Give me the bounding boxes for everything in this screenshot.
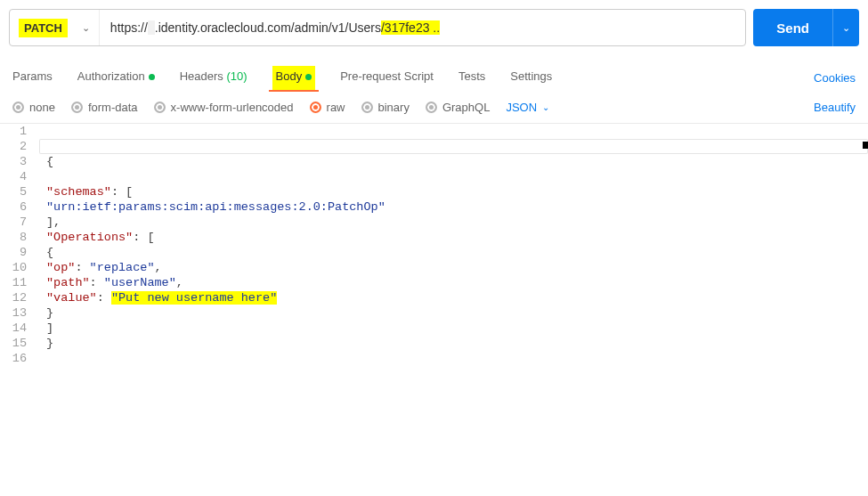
scroll-marker bbox=[863, 142, 868, 149]
body-format-select[interactable]: JSON⌄ bbox=[506, 101, 549, 114]
tabs-row: Params Authorization Headers (10) Body P… bbox=[0, 52, 868, 95]
radio-raw[interactable]: raw bbox=[310, 101, 345, 114]
send-dropdown-button[interactable]: ⌄ bbox=[832, 9, 859, 46]
code-content[interactable] bbox=[39, 124, 868, 139]
code-line[interactable]: 12"value": "Put new username here" bbox=[0, 290, 868, 305]
code-content[interactable]: "schemas": [ bbox=[39, 184, 868, 199]
code-content[interactable]: { bbox=[39, 245, 868, 260]
code-line[interactable]: 6"urn:ietf:params:scim:api:messages:2.0:… bbox=[0, 199, 868, 215]
code-line[interactable]: 5"schemas": [ bbox=[0, 184, 868, 199]
code-content[interactable] bbox=[39, 139, 868, 154]
code-content[interactable]: } bbox=[39, 305, 868, 321]
tab-authorization[interactable]: Authorization bbox=[77, 66, 155, 90]
cookies-link[interactable]: Cookies bbox=[814, 71, 856, 85]
line-number: 6 bbox=[0, 199, 39, 215]
chevron-down-icon[interactable]: ⌄ bbox=[82, 22, 90, 34]
beautify-link[interactable]: Beautify bbox=[814, 101, 856, 114]
line-number: 9 bbox=[0, 245, 39, 260]
radio-form-data[interactable]: form-data bbox=[71, 101, 138, 114]
line-number: 12 bbox=[0, 290, 39, 305]
radio-icon bbox=[154, 102, 166, 113]
code-content[interactable]: "path": "userName", bbox=[39, 275, 868, 290]
tab-tests[interactable]: Tests bbox=[458, 66, 485, 90]
url-prefix: https:// bbox=[110, 20, 148, 35]
tab-body[interactable]: Body bbox=[272, 66, 316, 90]
line-number: 13 bbox=[0, 305, 39, 321]
code-line[interactable]: 11"path": "userName", bbox=[0, 275, 868, 290]
radio-none[interactable]: none bbox=[12, 101, 55, 114]
code-content[interactable] bbox=[39, 169, 868, 184]
method-label: PATCH bbox=[19, 19, 68, 37]
url-mid: .identity.oraclecloud.com/admin/v1/Users bbox=[155, 20, 381, 35]
code-line[interactable]: 8"Operations": [ bbox=[0, 230, 868, 245]
code-line[interactable]: 3{ bbox=[0, 154, 868, 169]
line-number: 7 bbox=[0, 215, 39, 230]
radio-icon bbox=[426, 102, 437, 113]
radio-binary[interactable]: binary bbox=[361, 101, 410, 114]
code-content[interactable]: { bbox=[39, 154, 868, 169]
code-line[interactable]: 16 bbox=[0, 351, 868, 366]
radio-icon bbox=[71, 102, 83, 113]
code-content[interactable]: "urn:ietf:params:scim:api:messages:2.0:P… bbox=[39, 199, 868, 215]
code-editor[interactable]: 1 2 3{4 5"schemas": [6"urn:ietf:params:s… bbox=[0, 124, 868, 366]
chevron-down-icon: ⌄ bbox=[542, 102, 549, 112]
code-line[interactable]: 13} bbox=[0, 305, 868, 321]
line-number: 3 bbox=[0, 154, 39, 169]
tab-prerequest[interactable]: Pre-request Script bbox=[340, 66, 434, 90]
line-number: 10 bbox=[0, 260, 39, 275]
code-line[interactable]: 9{ bbox=[0, 245, 868, 260]
code-content[interactable]: "op": "replace", bbox=[39, 260, 868, 275]
code-content[interactable]: "value": "Put new username here" bbox=[39, 290, 868, 305]
code-line[interactable]: 4 bbox=[0, 169, 868, 184]
send-button-group: Send ⌄ bbox=[753, 9, 859, 46]
code-content[interactable]: ], bbox=[39, 215, 868, 230]
dot-icon bbox=[149, 74, 155, 80]
tab-params[interactable]: Params bbox=[12, 66, 53, 90]
radio-icon bbox=[310, 102, 321, 113]
code-content[interactable]: "Operations": [ bbox=[39, 230, 868, 245]
tab-headers[interactable]: Headers (10) bbox=[180, 66, 247, 90]
line-number: 16 bbox=[0, 351, 39, 366]
line-number: 15 bbox=[0, 336, 39, 351]
url-input[interactable]: https:// .identity.oraclecloud.com/admin… bbox=[100, 20, 745, 35]
request-row: PATCH ⌄ https:// .identity.oraclecloud.c… bbox=[0, 0, 868, 52]
radio-xwww[interactable]: x-www-form-urlencoded bbox=[154, 101, 294, 114]
send-button[interactable]: Send bbox=[753, 9, 832, 46]
url-bar: PATCH ⌄ https:// .identity.oraclecloud.c… bbox=[9, 9, 746, 46]
code-content[interactable]: ] bbox=[39, 321, 868, 336]
line-number: 14 bbox=[0, 321, 39, 336]
code-line[interactable]: 2 bbox=[0, 139, 868, 154]
url-greyed bbox=[148, 20, 155, 35]
code-line[interactable]: 10"op": "replace", bbox=[0, 260, 868, 275]
dot-icon bbox=[305, 74, 312, 80]
body-type-row: none form-data x-www-form-urlencoded raw… bbox=[0, 95, 868, 123]
tab-settings[interactable]: Settings bbox=[510, 66, 552, 90]
method-selector[interactable]: PATCH ⌄ bbox=[10, 10, 100, 45]
line-number: 4 bbox=[0, 169, 39, 184]
code-line[interactable]: 7], bbox=[0, 215, 868, 230]
radio-icon bbox=[361, 102, 373, 113]
line-number: 1 bbox=[0, 124, 39, 139]
line-number: 5 bbox=[0, 184, 39, 199]
code-line[interactable]: 15} bbox=[0, 336, 868, 351]
code-line[interactable]: 1 bbox=[0, 124, 868, 139]
line-number: 2 bbox=[0, 139, 39, 154]
radio-icon bbox=[12, 102, 24, 113]
url-highlight: /317fe23 .. bbox=[381, 20, 440, 35]
code-line[interactable]: 14] bbox=[0, 321, 868, 336]
radio-graphql[interactable]: GraphQL bbox=[426, 101, 490, 114]
editor-area[interactable]: 1 2 3{4 5"schemas": [6"urn:ietf:params:s… bbox=[0, 123, 868, 366]
line-number: 8 bbox=[0, 230, 39, 245]
code-content[interactable]: } bbox=[39, 336, 868, 351]
code-content[interactable] bbox=[39, 351, 868, 366]
line-number: 11 bbox=[0, 275, 39, 290]
